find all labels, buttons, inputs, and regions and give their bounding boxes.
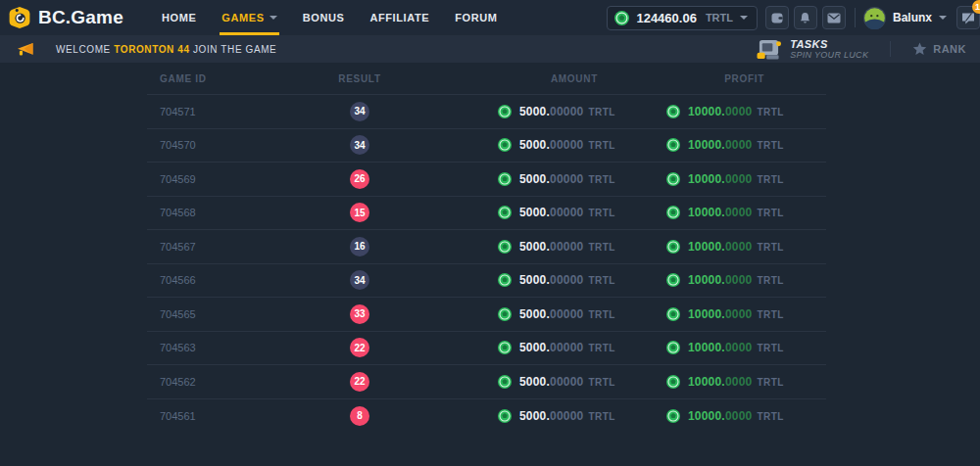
announcement-bar: WELCOME TORONTON 44 JOIN THE GAME TASKS …	[0, 35, 980, 63]
profit-currency: TRTL	[757, 411, 784, 422]
slot-machine-icon	[756, 38, 782, 61]
result-badge: 34	[350, 102, 369, 121]
profit-value: 10000.0000TRTL	[688, 172, 784, 186]
profit-value: 10000.0000TRTL	[688, 105, 784, 118]
tasks-button[interactable]: TASKS SPIN YOUR LUCK	[756, 38, 868, 61]
table-row[interactable]: 704563 22 5000.00000TRTL 10	[147, 332, 826, 366]
table-row[interactable]: 704565 33 5000.00000TRTL 10	[147, 298, 826, 332]
profit-cell: 10000.0000TRTL	[602, 273, 826, 287]
megaphone-icon	[16, 42, 34, 57]
profit-value: 10000.0000TRTL	[688, 138, 784, 152]
nav-bonus[interactable]: BONUS	[290, 0, 358, 35]
result-cell: 22	[304, 372, 416, 392]
trtl-coin-icon	[666, 341, 680, 354]
result-badge: 26	[350, 169, 369, 189]
profit-value: 10000.0000TRTL	[688, 206, 784, 219]
balance-amount: 124460.06	[636, 11, 696, 25]
table-row[interactable]: 704568 15 5000.00000TRTL 10	[147, 197, 826, 231]
result-cell: 33	[304, 304, 416, 324]
trtl-coin-icon	[666, 138, 680, 152]
profit-value: 10000.0000TRTL	[688, 307, 784, 321]
trtl-coin-icon	[498, 341, 512, 354]
profit-cell: 10000.0000TRTL	[602, 375, 826, 389]
amount-cell: 5000.00000TRTL	[416, 341, 602, 354]
profit-currency: TRTL	[757, 343, 784, 353]
messages-button[interactable]	[822, 6, 846, 29]
result-badge: 15	[350, 203, 369, 222]
top-navigation-bar: BC.Game HOME GAMES BONUS AFFILIATE FORUM…	[0, 0, 980, 35]
table-row[interactable]: 704570 34 5000.00000TRTL 10	[147, 129, 826, 163]
game-id: 704567	[147, 241, 304, 253]
user-menu[interactable]: Balunx	[863, 7, 947, 29]
wallet-icon	[770, 12, 784, 24]
table-row[interactable]: 704566 34 5000.00000TRTL 10	[147, 264, 826, 299]
banner-right: TASKS SPIN YOUR LUCK RANK	[756, 38, 970, 61]
result-badge: 22	[350, 372, 369, 392]
trtl-coin-icon	[498, 138, 512, 152]
result-badge: 34	[350, 270, 369, 290]
balance-selector[interactable]: 124460.06 TRTL	[607, 6, 758, 30]
trtl-coin-icon	[666, 206, 680, 219]
column-header-game-id: GAME ID	[147, 73, 304, 84]
wallet-button[interactable]	[765, 6, 789, 29]
profit-currency: TRTL	[757, 174, 784, 185]
notifications-button[interactable]	[794, 6, 817, 29]
trtl-coin-icon	[498, 172, 512, 186]
game-id: 704568	[147, 207, 304, 218]
result-badge: 22	[350, 338, 369, 357]
bcgame-logo[interactable]: BC.Game	[8, 6, 123, 29]
chevron-down-icon	[740, 16, 748, 20]
amount-cell: 5000.00000TRTL	[416, 206, 602, 219]
result-cell: 15	[304, 203, 416, 222]
trtl-coin-icon	[498, 105, 512, 118]
table-row[interactable]: 704561 8 5000.00000TRTL 100	[147, 399, 826, 434]
table-row[interactable]: 704562 22 5000.00000TRTL 10	[147, 365, 826, 399]
topbar-divider	[855, 8, 856, 27]
amount-cell: 5000.00000TRTL	[416, 105, 602, 118]
bcgame-logo-icon	[8, 6, 31, 29]
profit-currency: TRTL	[757, 208, 784, 218]
nav-forum[interactable]: FORUM	[442, 0, 510, 35]
result-badge: 8	[350, 406, 369, 426]
table-header-row: GAME ID RESULT AMOUNT PROFIT	[147, 63, 826, 95]
trtl-coin-icon	[666, 172, 680, 186]
profit-cell: 10000.0000TRTL	[602, 206, 826, 219]
nav-home[interactable]: HOME	[149, 0, 209, 35]
nav-affiliate[interactable]: AFFILIATE	[357, 0, 442, 35]
trtl-coin-icon	[666, 240, 680, 254]
bell-icon	[799, 12, 811, 24]
trtl-coin-icon	[498, 375, 512, 389]
welcome-message: WELCOME TORONTON 44 JOIN THE GAME	[56, 44, 276, 55]
profit-cell: 10000.0000TRTL	[602, 138, 826, 152]
nav-games[interactable]: GAMES	[209, 0, 289, 35]
topbar-right: 124460.06 TRTL	[607, 0, 980, 35]
chat-button[interactable]: 10	[956, 6, 980, 29]
chevron-down-icon	[939, 16, 947, 20]
table-row[interactable]: 704567 16 5000.00000TRTL 10	[147, 230, 826, 264]
chevron-down-icon	[270, 16, 277, 20]
game-id: 704561	[147, 410, 304, 422]
trtl-coin-icon	[666, 375, 680, 389]
trtl-coin-icon	[614, 11, 629, 25]
table-row[interactable]: 704571 34 5000.00000TRTL 10	[147, 95, 826, 129]
main-nav: HOME GAMES BONUS AFFILIATE FORUM	[149, 0, 511, 35]
game-id: 704565	[147, 308, 304, 320]
result-cell: 34	[304, 135, 416, 155]
chat-bubble-icon	[961, 12, 975, 24]
profit-cell: 10000.0000TRTL	[602, 409, 826, 423]
trtl-coin-icon	[666, 409, 680, 423]
profit-value: 10000.0000TRTL	[688, 240, 784, 254]
profit-value: 10000.0000TRTL	[688, 375, 784, 389]
trtl-coin-icon	[498, 240, 512, 254]
result-cell: 22	[304, 338, 416, 357]
result-cell: 34	[304, 102, 416, 121]
profit-cell: 10000.0000TRTL	[602, 307, 826, 321]
result-badge: 34	[350, 135, 369, 155]
profit-cell: 10000.0000TRTL	[602, 240, 826, 254]
avatar	[863, 7, 886, 29]
profit-currency: TRTL	[757, 377, 784, 388]
table-row[interactable]: 704569 26 5000.00000TRTL 10	[147, 163, 826, 197]
rank-button[interactable]: RANK	[912, 42, 966, 56]
table-body: 704571 34 5000.00000TRTL 10	[147, 95, 826, 433]
game-id: 704566	[147, 274, 304, 286]
